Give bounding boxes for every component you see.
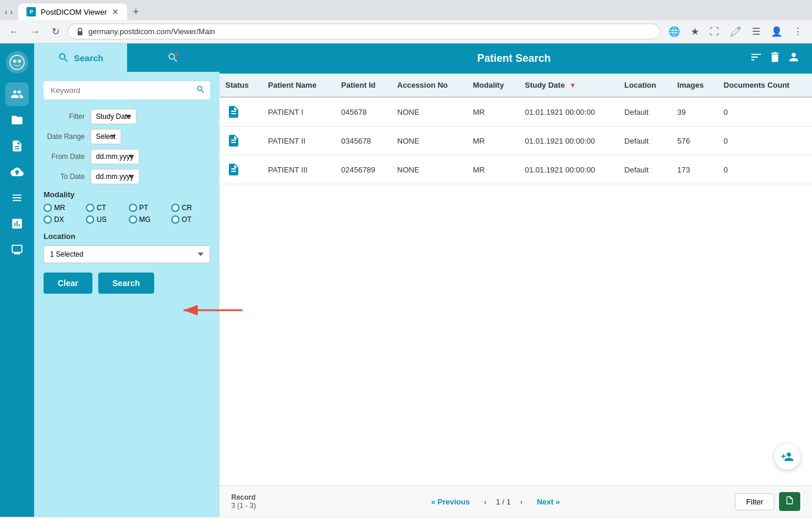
modality-ct-radio[interactable] (86, 204, 94, 212)
col-documents-count[interactable]: Documents Count (718, 74, 812, 97)
modality-pt[interactable]: PT (129, 204, 168, 212)
add-patient-icon (781, 450, 794, 463)
tab-close-btn[interactable]: ✕ (112, 7, 119, 16)
modality-mr[interactable]: MR (44, 204, 82, 212)
sidebar-item-folders[interactable] (5, 108, 29, 132)
add-patient-floating-btn[interactable] (774, 444, 800, 470)
table-row[interactable]: PATIENT I045678NONEMR01.01.1921 00:00:00… (219, 97, 812, 127)
sidebar-item-upload[interactable] (5, 160, 29, 184)
panel-tabs: Search (34, 44, 219, 72)
date-range-select[interactable]: Select (91, 129, 121, 144)
modality-grid: MR CT PT CR (44, 204, 210, 224)
new-tab-button[interactable]: + (129, 6, 143, 18)
cell-accession-no: NONE (391, 155, 467, 184)
sort-icon-btn[interactable] (750, 51, 763, 67)
keyword-search-button[interactable] (196, 85, 205, 97)
browser-chrome: ‹ › P PostDICOM Viewer ✕ + ← → ↻ germany… (0, 0, 812, 44)
location-select[interactable]: 1 Selected (44, 245, 210, 263)
modality-mr-radio[interactable] (44, 204, 52, 212)
sidebar-item-reports[interactable] (5, 134, 29, 158)
cell-patient-name: PATIENT I (262, 97, 335, 127)
user-icon-btn[interactable] (787, 51, 800, 67)
active-tab[interactable]: P PostDICOM Viewer ✕ (18, 4, 127, 20)
back-button[interactable]: ← (6, 24, 22, 39)
col-accession-no[interactable]: Accession No (391, 74, 467, 97)
filter-row: Filter Study Date (44, 109, 210, 124)
prev-button[interactable]: « Previous (427, 495, 475, 509)
filter-btn[interactable]: Filter (735, 493, 774, 510)
col-patient-id[interactable]: Patient Id (335, 74, 391, 97)
trash-icon (768, 51, 781, 64)
patients-icon (11, 88, 24, 101)
cell-status (219, 127, 262, 155)
doc-status-icon (225, 104, 242, 120)
modality-dx-radio[interactable] (44, 215, 52, 224)
modality-us[interactable]: US (86, 215, 125, 224)
col-location[interactable]: Location (618, 74, 671, 97)
cell-documents-count: 0 (718, 155, 812, 184)
sidebar-item-patients[interactable] (5, 82, 29, 106)
col-images[interactable]: Images (671, 74, 718, 97)
tab-search[interactable]: Search (34, 44, 127, 72)
filter-select-wrap: Study Date (91, 109, 210, 124)
search-button[interactable]: Search (98, 273, 154, 294)
translate-btn[interactable]: 🌐 (665, 24, 684, 39)
table-row[interactable]: PATIENT II0345678NONEMR01.01.1921 00:00:… (219, 127, 812, 155)
modality-cr[interactable]: CR (171, 204, 210, 212)
doc-status-icon (225, 161, 242, 178)
menu-btn[interactable]: ⋮ (790, 24, 806, 39)
footer-actions: Filter (735, 492, 800, 511)
forward-button[interactable]: → (27, 24, 44, 39)
profile-btn[interactable]: 👤 (767, 24, 786, 39)
next-button[interactable]: Next » (532, 495, 564, 509)
cell-study-date: 01.01.1921 00:00:00 (519, 97, 618, 127)
excel-export-btn[interactable] (779, 492, 800, 511)
location-select-wrap: 1 Selected (44, 245, 210, 263)
picture-in-picture-btn[interactable]: ⛶ (706, 24, 723, 39)
prev-page-btn[interactable]: ‹ (479, 495, 491, 509)
keyword-search-row (44, 81, 210, 99)
sidebar-toggle-btn[interactable]: ☰ (748, 24, 764, 39)
delete-icon-btn[interactable] (768, 51, 781, 67)
col-modality[interactable]: Modality (467, 74, 519, 97)
panel-content: Filter Study Date Date Range Select (34, 72, 219, 517)
modality-pt-radio[interactable] (129, 204, 137, 212)
modality-ot-radio[interactable] (171, 215, 179, 224)
sidebar-item-analytics[interactable] (5, 212, 29, 235)
tab-next-btn[interactable]: › (10, 7, 13, 16)
location-section: Location 1 Selected (44, 232, 210, 263)
modality-us-radio[interactable] (86, 215, 94, 224)
from-date-select[interactable]: dd.mm.yyyy (91, 149, 139, 164)
next-page-btn[interactable]: › (515, 495, 527, 509)
modality-mg[interactable]: MG (129, 215, 168, 224)
table-row[interactable]: PATIENT III02456789NONEMR01.01.1921 00:0… (219, 155, 812, 184)
modality-ct[interactable]: CT (86, 204, 125, 212)
record-info: Record 3 (1 - 3) (231, 493, 256, 510)
modality-cr-radio[interactable] (171, 204, 179, 212)
sidebar-item-monitor[interactable] (5, 238, 29, 261)
bookmark-btn[interactable]: ★ (687, 24, 703, 39)
patients-table: Status Patient Name Patient Id Accession… (219, 74, 812, 184)
modality-dx[interactable]: DX (44, 215, 82, 224)
from-date-select-wrap: dd.mm.yyyy (91, 149, 210, 164)
col-study-date[interactable]: Study Date ▼ (519, 74, 618, 97)
to-date-label: To Date (44, 172, 91, 181)
modality-ot[interactable]: OT (171, 215, 210, 224)
sidebar-item-worklist[interactable] (5, 186, 29, 210)
tab-prev-btn[interactable]: ‹ (5, 7, 8, 16)
tab-advanced[interactable] (127, 44, 220, 72)
filter-select[interactable]: Study Date (91, 109, 137, 124)
analytics-icon (11, 217, 24, 230)
cell-location: Default (618, 155, 671, 184)
address-bar[interactable]: germany.postdicom.com/Viewer/Main (68, 24, 660, 39)
to-date-select[interactable]: dd.mm.yyyy (91, 169, 139, 184)
reports-icon (11, 140, 24, 152)
keyword-input[interactable] (48, 81, 196, 99)
svg-point-3 (18, 59, 21, 63)
modality-mg-radio[interactable] (129, 215, 137, 224)
modality-cr-label: CR (182, 204, 192, 212)
col-patient-name[interactable]: Patient Name (262, 74, 335, 97)
extensions-btn[interactable]: 🧷 (726, 24, 745, 39)
reload-button[interactable]: ↻ (48, 24, 63, 39)
clear-button[interactable]: Clear (44, 273, 92, 294)
